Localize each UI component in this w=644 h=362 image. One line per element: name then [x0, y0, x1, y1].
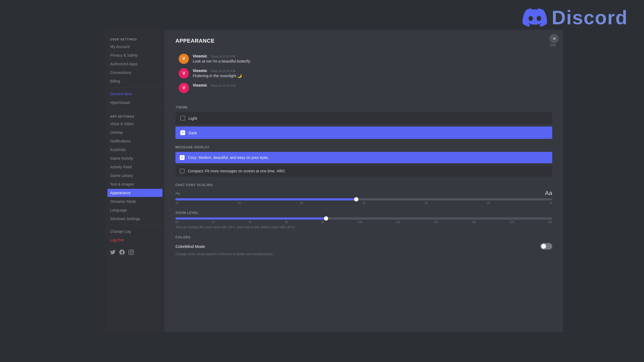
divider-3 — [107, 225, 162, 225]
divider-2 — [107, 109, 162, 109]
display-option-compact[interactable]: Compact: Fit more messages on screen at … — [175, 165, 552, 177]
sidebar-item-game-library[interactable]: Game Library — [107, 172, 162, 180]
checkbox-cozy — [180, 155, 185, 160]
msg-username-1: Viosmic — [193, 54, 207, 58]
font-scale-left-label: Aa — [175, 191, 180, 195]
discord-logo-text: Discord — [552, 6, 628, 29]
sidebar-item-change-log[interactable]: Change Log — [107, 227, 162, 235]
theme-dark-label: Dark — [188, 131, 197, 135]
sidebar-item-notifications[interactable]: Notifications — [107, 137, 162, 145]
zoom-level-section: ZOOM LEVEL 50 67 75 80 90 100 110 125 15… — [175, 211, 552, 229]
colors-section: COLORS Colorblind Mode Change some visua… — [175, 235, 552, 256]
sidebar-item-my-account[interactable]: My Account — [107, 43, 162, 51]
zoom-level-label: ZOOM LEVEL — [175, 211, 552, 215]
social-icons — [107, 247, 162, 257]
font-scale-thumb[interactable] — [354, 197, 358, 202]
font-scale-track[interactable] — [175, 198, 552, 200]
message-display-label: MESSAGE DISPLAY — [175, 145, 552, 149]
msg-text-2: Fluttering in the moonlight 🌙 — [193, 74, 549, 78]
msg-body-3: Viosmic Today at 12:42 PM — [193, 83, 549, 88]
app-settings-label: APP SETTINGS — [107, 113, 162, 119]
zoom-track[interactable] — [175, 217, 552, 220]
chat-preview: V Viosmic Today at 12:41 PM Look at me I… — [175, 49, 552, 100]
sidebar-item-text-images[interactable]: Text & Images — [107, 180, 162, 188]
avatar-3: V — [179, 83, 189, 93]
twitter-icon[interactable] — [110, 250, 116, 256]
toggle-knob — [541, 244, 546, 249]
settings-modal: USER SETTINGS My Account Privacy & Safet… — [105, 30, 563, 332]
close-label: ESC — [548, 44, 558, 47]
colors-label: COLORS — [175, 235, 552, 239]
zoom-thumb[interactable] — [324, 216, 328, 221]
sidebar-item-log-out[interactable]: Log Out — [107, 236, 162, 244]
msg-text-1: Look at me I'm a beautiful butterfly — [193, 59, 549, 63]
display-compact-label: Compact: Fit more messages on screen at … — [188, 169, 285, 173]
page-title: APPEARANCE — [175, 38, 552, 44]
theme-option-dark[interactable]: Dark — [175, 127, 552, 139]
checkbox-light — [180, 116, 185, 121]
scaling-labels: Aa Aa — [175, 190, 552, 197]
font-scale-ticks: 12 14 15 16 18 20 24 — [175, 202, 552, 204]
sidebar-item-privacy-safety[interactable]: Privacy & Safety — [107, 51, 162, 59]
display-option-cozy[interactable]: Cozy: Modern, beautiful, and easy on you… — [175, 152, 552, 163]
display-cozy-label: Cozy: Modern, beautiful, and easy on you… — [188, 155, 269, 160]
msg-timestamp-1: Today at 12:41 PM — [211, 55, 235, 58]
sidebar-item-billing[interactable]: Billing — [107, 77, 162, 85]
colorblind-toggle[interactable] — [540, 243, 552, 250]
chat-message-2: V Viosmic Today at 12:42 PM Fluttering i… — [175, 67, 552, 80]
avatar-1: V — [179, 54, 189, 64]
sidebar-item-overlay[interactable]: Overlay — [107, 128, 162, 136]
sidebar-item-activity-feed[interactable]: Activity Feed — [107, 163, 162, 171]
avatar-2: V — [179, 68, 189, 78]
sidebar-item-windows-settings[interactable]: Windows Settings — [107, 215, 162, 223]
msg-body-2: Viosmic Today at 12:42 PM Fluttering in … — [193, 68, 549, 78]
colorblind-desc: Change some visual aspects of Discord to… — [175, 252, 552, 256]
sidebar-item-hypesquad[interactable]: HypeSquad — [107, 98, 162, 107]
font-scale-right-label: Aa — [545, 190, 552, 197]
font-scaling-section: CHAT FONT SCALING Aa Aa 12 14 15 16 18 2… — [175, 183, 552, 204]
instagram-icon[interactable] — [128, 250, 134, 256]
sidebar-item-appearance[interactable]: Appearance — [107, 189, 162, 197]
sidebar-item-authorized-apps[interactable]: Authorized Apps — [107, 60, 162, 68]
msg-username-2: Viosmic — [193, 69, 207, 73]
sidebar-item-game-activity[interactable]: Game Activity — [107, 154, 162, 162]
sidebar-item-language[interactable]: Language — [107, 206, 162, 214]
discord-icon — [523, 5, 547, 30]
discord-logo-area: Discord — [523, 5, 628, 30]
sidebar: USER SETTINGS My Account Privacy & Safet… — [105, 30, 165, 332]
checkbox-dark — [180, 130, 185, 135]
chat-message-3: V Viosmic Today at 12:42 PM — [175, 82, 552, 94]
facebook-icon[interactable] — [119, 250, 125, 256]
message-display-options: Cozy: Modern, beautiful, and easy on you… — [175, 152, 552, 177]
theme-option-light[interactable]: Light — [175, 112, 552, 124]
checkbox-compact — [180, 169, 185, 173]
zoom-ticks: 50 67 75 80 90 100 110 125 150 175 200 — [175, 221, 552, 224]
zoom-fill — [175, 217, 326, 220]
font-scaling-label: CHAT FONT SCALING — [175, 183, 552, 187]
msg-timestamp-3: Today at 12:42 PM — [211, 84, 235, 87]
chat-message-1: V Viosmic Today at 12:41 PM Look at me I… — [175, 53, 552, 65]
msg-body-1: Viosmic Today at 12:41 PM Look at me I'm… — [193, 54, 549, 63]
sidebar-item-streamer-mode[interactable]: Streamer Mode — [107, 197, 162, 206]
user-settings-label: USER SETTINGS — [107, 36, 162, 42]
sidebar-item-discord-nitro[interactable]: Discord Nitro — [107, 90, 162, 98]
theme-options: Light Dark — [175, 112, 552, 139]
font-scale-fill — [175, 198, 356, 200]
zoom-hint: You can change the zoom level with ctrl+… — [175, 225, 552, 229]
sidebar-item-keybinds[interactable]: Keybinds — [107, 146, 162, 154]
close-button[interactable]: ✕ — [550, 34, 559, 43]
msg-username-3: Viosmic — [193, 83, 207, 87]
sidebar-item-connections[interactable]: Connections — [107, 69, 162, 77]
theme-section-label: THEME — [175, 105, 552, 109]
sidebar-item-voice-video[interactable]: Voice & Video — [107, 120, 162, 128]
main-content: ✕ ESC APPEARANCE V Viosmic Today at 12:4… — [165, 30, 563, 332]
msg-timestamp-2: Today at 12:42 PM — [211, 69, 235, 73]
colorblind-title: Colorblind Mode — [175, 244, 205, 249]
theme-light-label: Light — [188, 116, 197, 121]
divider-1 — [107, 87, 162, 88]
colorblind-row: Colorblind Mode — [175, 242, 552, 251]
